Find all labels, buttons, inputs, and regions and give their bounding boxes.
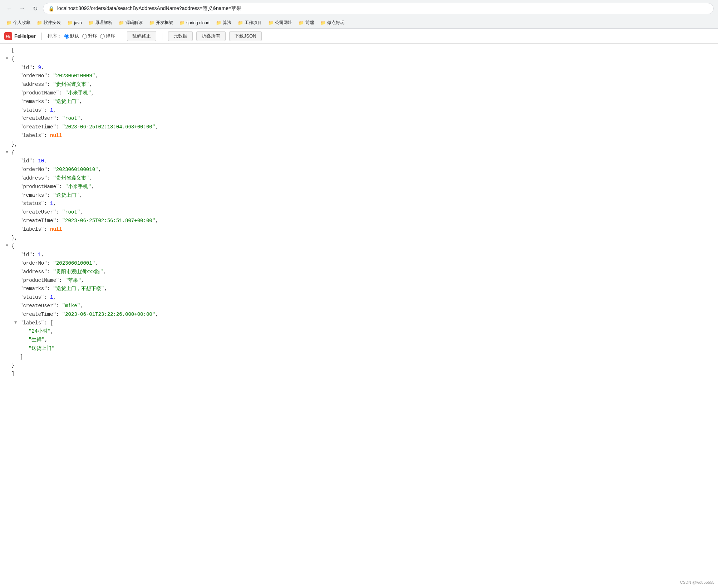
bookmark-label: 原理解析 (95, 20, 112, 26)
json-line: "id": 10, (6, 157, 712, 166)
json-line-content: ] (20, 353, 23, 362)
toolbar-divider (41, 33, 42, 40)
fix-encoding-button[interactable]: 乱码修正 (127, 31, 156, 41)
json-line: "status": 1, (6, 200, 712, 208)
json-line: "status": 1, (6, 106, 712, 115)
fehelper-logo: FE FeHelper (4, 32, 36, 40)
bookmark-item[interactable]: 📁spring cloud (177, 19, 212, 26)
refresh-button[interactable]: ↻ (30, 4, 40, 14)
sort-default-radio[interactable] (64, 34, 69, 39)
bookmark-folder-icon: 📁 (37, 20, 42, 25)
bookmark-item[interactable]: 📁个人收藏 (4, 19, 33, 27)
json-line: }, (6, 234, 712, 242)
metadata-button[interactable]: 元数据 (168, 31, 193, 41)
bookmark-folder-icon: 📁 (238, 20, 243, 25)
collapse-all-button[interactable]: 折叠所有 (196, 31, 226, 41)
bookmark-item[interactable]: 📁软件安装 (34, 19, 64, 27)
bookmark-item[interactable]: 📁公司网址 (265, 19, 295, 27)
bookmark-item[interactable]: 📁开发框架 (146, 19, 176, 27)
sort-default-option[interactable]: 默认 (64, 33, 79, 39)
json-line-content: "address": "贵阳市观山湖xxx路", (20, 268, 106, 276)
json-line-content: "productName": "小米手机", (20, 89, 94, 98)
sort-label: 排序： (48, 33, 62, 39)
bookmark-label: 个人收藏 (13, 20, 30, 26)
json-line-content: "createTime": "2023-06-25T02:56:51.807+0… (20, 217, 158, 225)
json-line-content: "productName": "苹果", (20, 276, 84, 285)
sort-desc-radio[interactable] (100, 34, 105, 39)
json-line: "orderNo": "2023060100010", (6, 166, 712, 174)
json-toggle[interactable]: ▼ (6, 55, 10, 62)
bookmark-folder-icon: 📁 (149, 20, 154, 25)
json-line-content: "orderNo": "202306010009", (20, 72, 98, 80)
bookmark-item[interactable]: 📁做点好玩 (318, 19, 347, 27)
bookmarks-bar: 📁个人收藏📁软件安装📁java📁原理解析📁源码解读📁开发框架📁spring cl… (0, 17, 718, 29)
bookmark-item[interactable]: 📁原理解析 (85, 19, 115, 27)
bookmark-folder-icon: 📁 (268, 20, 274, 25)
json-line-content: "address": "贵州省遵义市", (20, 174, 92, 183)
bookmark-folder-icon: 📁 (216, 20, 221, 25)
bookmark-label: 前端 (305, 20, 314, 26)
json-line: ▼"labels": [ (6, 319, 712, 328)
json-line: "createTime": "2023-06-01T23:22:26.000+0… (6, 310, 712, 319)
bookmark-item[interactable]: 📁源码解读 (116, 19, 146, 27)
json-line-content: "id": 9, (20, 64, 44, 72)
json-line: "orderNo": "202306010009", (6, 72, 712, 80)
bookmark-item[interactable]: 📁工作项目 (235, 19, 265, 27)
json-toggle[interactable]: ▼ (6, 242, 10, 249)
json-line-content: { (11, 242, 14, 251)
json-line-content: "24小时", (29, 327, 54, 336)
address-bar[interactable]: 🔒 localhost:8092/orders/data/searchByAdd… (43, 3, 714, 14)
json-line: "送货上门" (6, 344, 712, 353)
address-text: localhost:8092/orders/data/searchByAddre… (57, 5, 241, 12)
json-line-content: "productName": "小米手机", (20, 183, 94, 191)
json-toggle[interactable]: ▼ (6, 149, 10, 156)
json-line: "生鲜", (6, 336, 712, 344)
bookmark-item[interactable]: 📁算法 (213, 19, 234, 27)
json-line: ▼{ (6, 242, 712, 251)
back-button[interactable]: ← (4, 4, 14, 14)
toolbar-divider-2 (121, 33, 121, 40)
json-line: "remarks": "送货上门", (6, 191, 712, 200)
json-line-content: "orderNo": "202306010001", (20, 259, 98, 268)
json-line-content: "createTime": "2023-06-01T23:22:26.000+0… (20, 310, 158, 319)
json-line-content: "orderNo": "2023060100010", (20, 166, 101, 174)
json-line-content: "status": 1, (20, 106, 56, 115)
bookmark-label: spring cloud (186, 20, 210, 25)
json-line: "createTime": "2023-06-25T02:18:04.668+0… (6, 123, 712, 132)
sort-asc-radio[interactable] (82, 34, 87, 39)
json-line: "address": "贵阳市观山湖xxx路", (6, 268, 712, 276)
download-json-button[interactable]: 下载JSON (229, 31, 262, 41)
json-line-content: "createTime": "2023-06-25T02:18:04.668+0… (20, 123, 158, 132)
json-line: "productName": "小米手机", (6, 89, 712, 98)
sort-asc-option[interactable]: 升序 (82, 33, 97, 39)
json-line-content: "remarks": "送货上门", (20, 98, 82, 106)
bookmark-folder-icon: 📁 (299, 20, 304, 25)
json-line-content: "remarks": "送货上门", (20, 191, 82, 200)
bookmark-folder-icon: 📁 (119, 20, 124, 25)
forward-button[interactable]: → (17, 4, 27, 14)
bookmark-label: 做点好玩 (327, 20, 344, 26)
json-line: "status": 1, (6, 293, 712, 302)
json-line-content: } (11, 361, 14, 370)
json-line: "remarks": "送货上门", (6, 98, 712, 106)
json-line: "24小时", (6, 327, 712, 336)
json-line: "createUser": "root", (6, 208, 712, 217)
sort-desc-option[interactable]: 降序 (100, 33, 115, 39)
bookmark-label: 开发框架 (156, 20, 173, 26)
bookmark-item[interactable]: 📁java (64, 19, 85, 26)
json-line: [ (6, 46, 712, 55)
bookmark-label: 公司网址 (275, 20, 292, 26)
json-line: "id": 9, (6, 64, 712, 72)
bookmark-label: 软件安装 (44, 20, 61, 26)
json-line: }, (6, 140, 712, 149)
json-toggle[interactable]: ▼ (14, 319, 19, 326)
json-line-content: "labels": null (20, 132, 62, 140)
toolbar-divider-3 (162, 33, 162, 40)
sort-default-label: 默认 (70, 33, 79, 39)
json-line-content: "remarks": "送货上门，不想下楼", (20, 285, 107, 293)
json-line-content: "status": 1, (20, 200, 56, 208)
json-line: "orderNo": "202306010001", (6, 259, 712, 268)
fehelper-logo-text: FeHelper (14, 33, 36, 39)
bookmark-item[interactable]: 📁前端 (296, 19, 317, 27)
sort-asc-label: 升序 (88, 33, 97, 39)
